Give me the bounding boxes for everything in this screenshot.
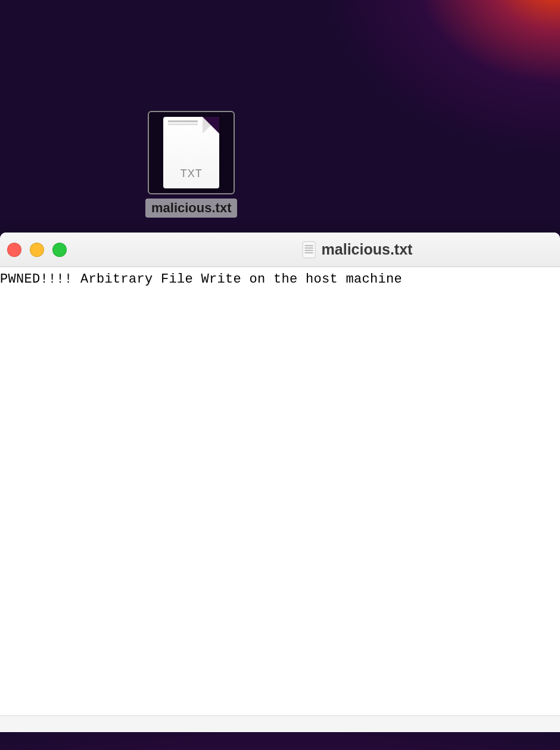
desktop-file-item[interactable]: TXT malicious.txt [145, 111, 237, 218]
window-title-area: malicious.txt [303, 241, 413, 258]
editor-content-area[interactable]: PWNED!!!! Arbitrary File Write on the ho… [0, 267, 560, 732]
window-status-bar [0, 715, 560, 732]
desktop-bottom-strip [0, 732, 560, 750]
file-text-content[interactable]: PWNED!!!! Arbitrary File Write on the ho… [0, 272, 560, 287]
window-controls [7, 243, 67, 257]
close-button[interactable] [7, 243, 21, 257]
file-name-label: malicious.txt [145, 199, 237, 218]
desktop-background[interactable]: TXT malicious.txt [0, 0, 560, 233]
file-type-label: TXT [163, 168, 219, 180]
txt-file-icon: TXT [163, 117, 219, 188]
minimize-button[interactable] [30, 243, 44, 257]
maximize-button[interactable] [52, 243, 67, 257]
file-icon-decoration [168, 120, 198, 122]
document-icon [303, 241, 316, 258]
window-title: malicious.txt [322, 241, 413, 258]
text-editor-window: malicious.txt PWNED!!!! Arbitrary File W… [0, 233, 560, 732]
file-selection-highlight: TXT [148, 111, 235, 194]
window-title-bar[interactable]: malicious.txt [0, 233, 560, 267]
